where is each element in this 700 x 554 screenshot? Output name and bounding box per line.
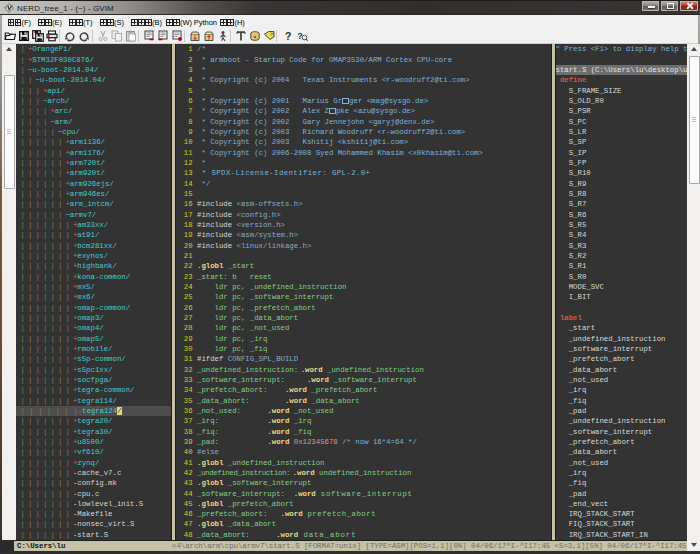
svg-text:?: ? (297, 31, 303, 41)
svg-text:?: ? (284, 30, 291, 42)
